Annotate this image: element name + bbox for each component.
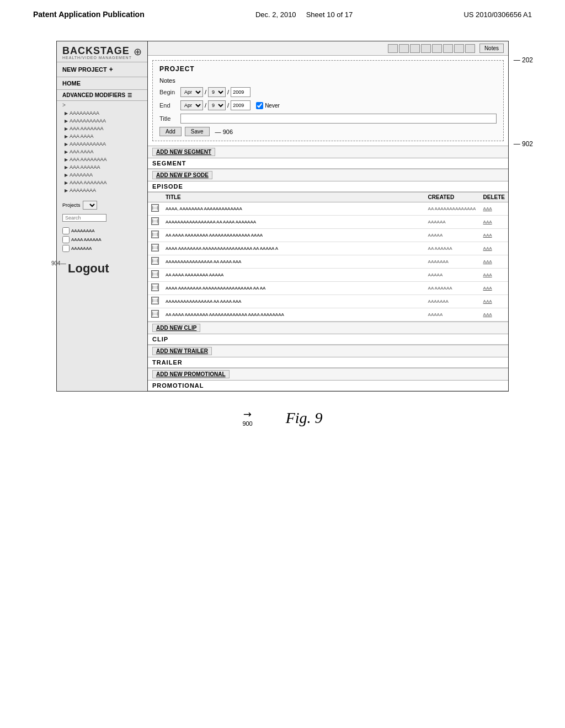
checkbox-3[interactable] — [62, 245, 70, 252]
add-new-clip-button[interactable]: ADD NEW CLIP — [152, 324, 200, 332]
toolbar-btn-1[interactable] — [388, 44, 398, 53]
episode-icon — [148, 216, 162, 229]
sidebar: BACKSTAGE HEALTH/VIDEO MANAGEMENT ⊕ NEW … — [57, 41, 148, 391]
episode-created: AAAAA — [425, 269, 480, 282]
episode-title: AA AAAA AAAAAAAA AAAAA — [162, 269, 425, 282]
sidebar-item[interactable]: ▶AAAAAAAA — [57, 186, 147, 194]
checkbox-item[interactable]: AAAA AAAAAA — [62, 236, 142, 243]
logout-button[interactable]: Logout — [62, 261, 147, 276]
episode-created: AA AAAAAA — [425, 242, 480, 255]
col-icon — [148, 192, 162, 202]
project-form: PROJECT Notes Begin Apr / — [152, 60, 504, 141]
table-row: AAAAAAAAAAAAAAAA AA AAAA AAA AAAAAAA AAA — [148, 295, 508, 308]
main-content: — 202 — 902 BACKSTAGE HEALTH/VIDEO MANAG… — [0, 24, 565, 440]
plus-icon: + — [109, 66, 113, 73]
figure-area: ↗ 900 Fig. 9 — [242, 408, 322, 429]
begin-day-select[interactable]: 9 — [208, 87, 226, 97]
checkbox-item[interactable]: AAAAAAA — [62, 245, 142, 252]
toolbar-btn-2[interactable] — [399, 44, 409, 53]
add-button[interactable]: Add — [159, 127, 182, 136]
episode-title: AAAA AAAAAAAA AAAAAAAAAAAAAAAAA AA AA — [162, 282, 425, 295]
episode-delete[interactable]: AAA — [480, 282, 508, 295]
episode-delete[interactable]: AAA — [480, 308, 508, 322]
begin-month-select[interactable]: Apr — [180, 87, 203, 97]
checkbox-2[interactable] — [62, 236, 70, 243]
episode-icon — [148, 295, 162, 308]
save-button[interactable]: Save — [185, 127, 210, 136]
title-input[interactable] — [180, 114, 497, 124]
begin-label: Begin — [159, 89, 180, 95]
episode-created: AAAAAA — [425, 216, 480, 229]
sidebar-item[interactable]: ▶AAAA AAAAAAA — [57, 179, 147, 186]
episode-delete[interactable]: AAA — [480, 216, 508, 229]
episode-delete[interactable]: AAA — [480, 202, 508, 216]
annotation-902: — 902 — [514, 140, 533, 148]
episode-icon — [148, 229, 162, 242]
search-input[interactable] — [62, 214, 106, 222]
toolbar-btn-5[interactable] — [432, 44, 442, 53]
checkbox-item[interactable]: AAAAAAAA — [62, 227, 142, 234]
episode-delete[interactable]: AAA — [480, 242, 508, 255]
end-year-input[interactable] — [231, 100, 250, 110]
add-new-segment-button[interactable]: ADD NEW SEGMENT — [152, 148, 215, 156]
add-new-episode-button[interactable]: ADD NEW EP SODE — [152, 171, 212, 179]
add-new-trailer-button[interactable]: ADD NEW TRAILER — [152, 347, 212, 355]
end-day-select[interactable]: 9 — [208, 100, 226, 110]
notes-area: Notes — [159, 77, 497, 84]
checkbox-1[interactable] — [62, 227, 70, 234]
projects-label: Projects — [62, 202, 81, 208]
episode-title: AAAA, AAAAAAAA AAAAAAAAAAAAA — [162, 202, 425, 216]
sidebar-item[interactable]: ▶AAAAAAAAA — [57, 109, 147, 117]
logo-sub: HEALTH/VIDEO MANAGEMENT — [62, 56, 132, 60]
toolbar-btn-8[interactable] — [465, 44, 475, 53]
sidebar-item[interactable]: ▶AAAAAAAAAAA — [57, 140, 147, 148]
annotation-906: — 906 — [215, 129, 233, 135]
clip-label: CLIP — [148, 334, 508, 345]
toolbar-btn-6[interactable] — [443, 44, 453, 53]
menu-icon: ☰ — [127, 93, 132, 98]
new-project-button[interactable]: NEW PROJECT + — [57, 62, 147, 77]
episode-created: AAAAAAA — [425, 295, 480, 308]
add-new-promotional-button[interactable]: ADD NEW PROMOTIONAL — [152, 370, 230, 378]
top-toolbar: Notes — [148, 41, 508, 56]
episode-title: AAAAAAAAAAAAAAAA AA AAAA AAA — [162, 255, 425, 269]
sidebar-advanced[interactable]: ADVANCED MODIFIERS ☰ — [57, 90, 147, 101]
sidebar-item[interactable]: ▶AAAAAAA — [57, 171, 147, 179]
episode-title: AA AAAA AAAAAAAA AAAAAAAAAAAAAA AAAA — [162, 229, 425, 242]
episode-delete[interactable]: AAA — [480, 255, 508, 269]
never-checkbox[interactable]: Never — [256, 102, 280, 109]
begin-row: Begin Apr / 9 / — [159, 87, 497, 97]
episode-title: AAAAAAAAAAAAAAAA AA AAAA AAA — [162, 295, 425, 308]
sidebar-item[interactable]: ▶AAAAAAAAAAA — [57, 117, 147, 125]
episode-delete[interactable]: AAA — [480, 295, 508, 308]
sidebar-logo: BACKSTAGE HEALTH/VIDEO MANAGEMENT ⊕ — [57, 41, 147, 62]
sidebar-item[interactable]: ▶AAA AAAAAAA — [57, 125, 147, 132]
annotation-904: 904— — [51, 260, 66, 266]
episode-delete[interactable]: AAA — [480, 269, 508, 282]
projects-dropdown[interactable] — [83, 201, 97, 210]
table-row: AAAA, AAAAAAAA AAAAAAAAAAAAA AA AAAAAAAA… — [148, 202, 508, 216]
never-check[interactable] — [256, 102, 263, 109]
episode-title: AA AAAA AAAAAAAA AAAAAAAAAAAAA AAAA AAAA… — [162, 308, 425, 322]
episode-delete[interactable]: AAA — [480, 229, 508, 242]
sidebar-item[interactable]: ▶AAA AAAA — [57, 148, 147, 156]
sidebar-item[interactable]: ▶AAA AAAAAA — [57, 163, 147, 171]
col-created: CREATED — [425, 192, 480, 202]
toolbar-btn-4[interactable] — [421, 44, 431, 53]
figure-label: Fig. 9 — [286, 409, 323, 427]
toolbar-btn-3[interactable] — [410, 44, 420, 53]
sidebar-item[interactable]: ▶AAA AAAAAAAA — [57, 156, 147, 163]
sidebar-item[interactable]: ▶AAA AAAA — [57, 132, 147, 140]
segment-label: SEGMENT — [148, 158, 508, 169]
logout-area: 904— Logout — [57, 256, 147, 276]
begin-year-input[interactable] — [231, 87, 250, 97]
patent-header: Patent Application Publication Dec. 2, 2… — [0, 0, 565, 24]
end-label: End — [159, 102, 180, 109]
logo-text: BACKSTAGE — [62, 46, 132, 56]
sidebar-home[interactable]: HOME — [57, 77, 147, 90]
end-month-select[interactable]: Apr — [180, 100, 203, 110]
notes-button[interactable]: Notes — [479, 44, 504, 53]
episode-icon — [148, 242, 162, 255]
form-buttons: Add Save — 906 — [159, 127, 497, 136]
toolbar-btn-7[interactable] — [454, 44, 464, 53]
